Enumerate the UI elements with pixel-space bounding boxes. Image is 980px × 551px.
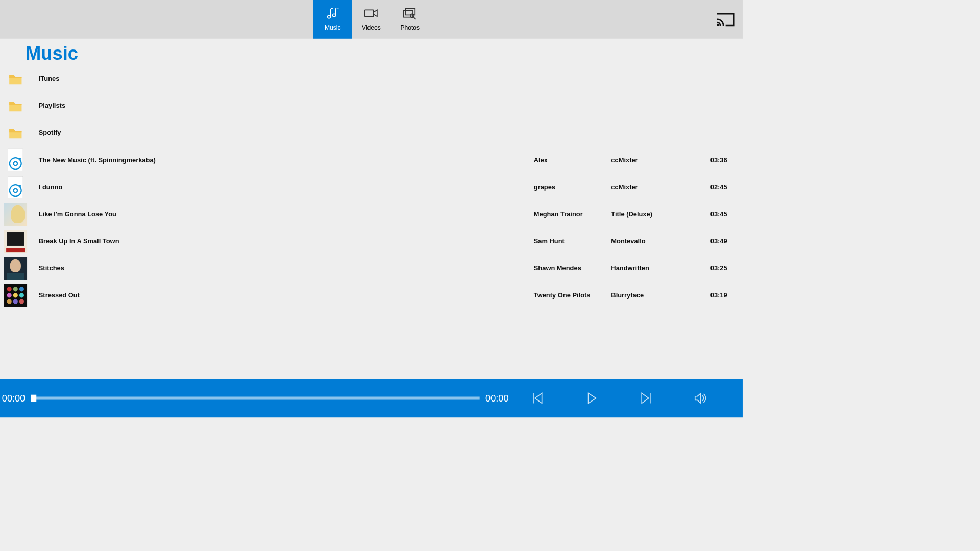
next-button[interactable] — [619, 379, 673, 418]
svg-point-7 — [717, 24, 719, 26]
svg-point-10 — [19, 158, 21, 160]
folder-name: Spotify — [39, 129, 534, 137]
folder-icon — [4, 121, 27, 144]
play-button[interactable] — [565, 379, 619, 418]
track-album: ccMixter — [611, 183, 700, 191]
track-artist: Shawn Mendes — [534, 264, 611, 272]
track-album: ccMixter — [611, 156, 700, 164]
tab-videos-label: Videos — [362, 24, 381, 31]
folder-row[interactable]: iTunes — [0, 65, 743, 92]
track-artist: Alex — [534, 156, 611, 164]
track-title: Stitches — [39, 264, 534, 272]
tab-photos-label: Photos — [400, 24, 420, 31]
track-art — [4, 257, 27, 280]
video-icon — [364, 8, 379, 21]
track-art — [4, 176, 27, 198]
track-album: Montevallo — [611, 237, 700, 245]
prev-button[interactable] — [510, 379, 565, 418]
track-duration: 03:19 — [700, 291, 727, 299]
track-artist: Meghan Trainor — [534, 210, 611, 218]
svg-point-9 — [14, 162, 18, 166]
svg-line-6 — [413, 17, 415, 19]
svg-rect-2 — [365, 10, 374, 16]
track-artist: Twenty One Pilots — [534, 291, 611, 299]
photos-icon — [403, 8, 418, 21]
track-duration: 03:49 — [700, 237, 727, 245]
track-duration: 03:45 — [700, 210, 727, 218]
track-row[interactable]: Stressed Out Twenty One Pilots Blurryfac… — [0, 282, 743, 309]
track-row[interactable]: Like I'm Gonna Lose You Meghan Trainor T… — [0, 201, 743, 228]
svg-rect-3 — [406, 9, 415, 15]
music-icon — [325, 8, 340, 21]
progress-track[interactable] — [31, 397, 480, 400]
top-bar: Music Videos Photos — [0, 0, 743, 39]
track-album: Title (Deluxe) — [611, 210, 700, 218]
page-title: Music — [26, 42, 743, 64]
cast-button[interactable] — [716, 12, 734, 29]
track-row[interactable]: I dunno grapes ccMixter 02:45 — [0, 173, 743, 201]
folder-row[interactable]: Spotify — [0, 119, 743, 146]
volume-button[interactable] — [673, 379, 727, 418]
folder-icon — [4, 67, 27, 90]
tab-music[interactable]: Music — [313, 0, 352, 39]
folder-icon — [4, 94, 27, 117]
svg-point-1 — [333, 14, 336, 17]
svg-point-12 — [14, 189, 18, 193]
track-art — [4, 203, 27, 226]
track-duration: 02:45 — [700, 183, 727, 191]
track-artist: grapes — [534, 183, 611, 191]
folder-name: iTunes — [39, 75, 534, 83]
track-art — [4, 230, 27, 253]
track-duration: 03:36 — [700, 156, 727, 164]
tab-strip: Music Videos Photos — [313, 0, 429, 39]
time-total: 00:00 — [483, 393, 510, 404]
track-row[interactable]: The New Music (ft. Spinningmerkaba) Alex… — [0, 146, 743, 173]
folder-name: Playlists — [39, 102, 534, 110]
track-row[interactable]: Stitches Shawn Mendes Handwritten 03:25 — [0, 255, 743, 282]
tab-videos[interactable]: Videos — [352, 0, 391, 39]
track-row[interactable]: Break Up In A Small Town Sam Hunt Montev… — [0, 228, 743, 255]
progress-thumb[interactable] — [31, 395, 37, 402]
track-title: Like I'm Gonna Lose You — [39, 210, 534, 218]
track-artist: Sam Hunt — [534, 237, 611, 245]
tab-photos[interactable]: Photos — [390, 0, 429, 39]
track-title: The New Music (ft. Spinningmerkaba) — [39, 156, 534, 164]
track-duration: 03:25 — [700, 264, 727, 272]
track-title: I dunno — [39, 183, 534, 191]
track-art — [4, 284, 27, 307]
track-title: Stressed Out — [39, 291, 534, 299]
track-album: Blurryface — [611, 291, 700, 299]
media-list: iTunes Playlists Spotify The New Music (… — [0, 65, 743, 309]
svg-point-13 — [19, 185, 21, 187]
track-title: Break Up In A Small Town — [39, 237, 534, 245]
player-bar: 00:00 00:00 — [0, 379, 743, 418]
time-elapsed: 00:00 — [0, 393, 27, 404]
svg-point-0 — [328, 15, 331, 18]
track-album: Handwritten — [611, 264, 700, 272]
folder-row[interactable]: Playlists — [0, 92, 743, 119]
tab-music-label: Music — [325, 24, 341, 31]
track-art — [4, 148, 27, 171]
